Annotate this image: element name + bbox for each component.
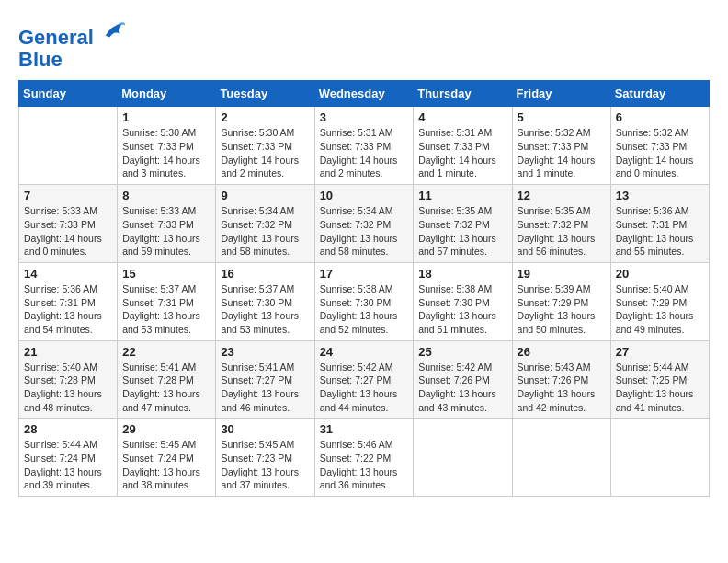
day-info: Sunrise: 5:45 AM Sunset: 7:23 PM Dayligh…	[221, 438, 309, 492]
day-number: 16	[221, 267, 309, 281]
day-info: Sunrise: 5:42 AM Sunset: 7:26 PM Dayligh…	[418, 361, 506, 415]
day-number: 7	[24, 189, 112, 202]
day-number: 8	[122, 189, 210, 202]
day-number: 15	[122, 267, 210, 281]
day-cell: 9Sunrise: 5:34 AM Sunset: 7:32 PM Daylig…	[216, 185, 314, 263]
day-cell: 30Sunrise: 5:45 AM Sunset: 7:23 PM Dayli…	[216, 419, 314, 497]
day-info: Sunrise: 5:32 AM Sunset: 7:33 PM Dayligh…	[616, 126, 704, 180]
day-cell: 31Sunrise: 5:46 AM Sunset: 7:22 PM Dayli…	[314, 419, 414, 497]
day-cell: 7Sunrise: 5:33 AM Sunset: 7:33 PM Daylig…	[19, 185, 118, 263]
day-info: Sunrise: 5:30 AM Sunset: 7:33 PM Dayligh…	[221, 126, 309, 180]
day-info: Sunrise: 5:43 AM Sunset: 7:26 PM Dayligh…	[518, 361, 606, 415]
day-cell: 22Sunrise: 5:41 AM Sunset: 7:28 PM Dayli…	[118, 340, 216, 419]
header-row: SundayMondayTuesdayWednesdayThursdayFrid…	[19, 81, 710, 107]
day-number: 6	[616, 110, 704, 124]
day-info: Sunrise: 5:46 AM Sunset: 7:22 PM Dayligh…	[320, 438, 409, 492]
logo: General Blue	[18, 18, 127, 71]
day-number: 25	[418, 345, 506, 359]
day-info: Sunrise: 5:32 AM Sunset: 7:33 PM Dayligh…	[518, 126, 606, 180]
day-cell: 24Sunrise: 5:42 AM Sunset: 7:27 PM Dayli…	[314, 340, 414, 419]
day-info: Sunrise: 5:34 AM Sunset: 7:32 PM Dayligh…	[320, 204, 409, 259]
day-info: Sunrise: 5:31 AM Sunset: 7:33 PM Dayligh…	[320, 126, 409, 180]
day-info: Sunrise: 5:33 AM Sunset: 7:33 PM Dayligh…	[24, 204, 112, 259]
day-info: Sunrise: 5:44 AM Sunset: 7:25 PM Dayligh…	[616, 361, 704, 415]
day-number: 9	[221, 189, 309, 202]
day-cell: 14Sunrise: 5:36 AM Sunset: 7:31 PM Dayli…	[19, 262, 118, 340]
day-cell	[512, 419, 610, 497]
day-info: Sunrise: 5:38 AM Sunset: 7:30 PM Dayligh…	[418, 282, 506, 337]
day-cell: 21Sunrise: 5:40 AM Sunset: 7:28 PM Dayli…	[19, 340, 118, 419]
day-number: 3	[320, 110, 409, 124]
day-number: 23	[221, 345, 309, 359]
header-saturday: Saturday	[610, 81, 709, 107]
day-number: 12	[518, 189, 606, 202]
header-sunday: Sunday	[19, 81, 118, 107]
day-number: 13	[616, 189, 704, 202]
day-cell	[19, 107, 118, 185]
day-info: Sunrise: 5:34 AM Sunset: 7:32 PM Dayligh…	[221, 204, 309, 259]
header-tuesday: Tuesday	[216, 81, 314, 107]
day-number: 26	[518, 345, 606, 359]
day-cell	[414, 419, 512, 497]
day-number: 5	[518, 110, 606, 124]
day-info: Sunrise: 5:40 AM Sunset: 7:28 PM Dayligh…	[24, 361, 112, 415]
header-friday: Friday	[512, 81, 610, 107]
week-row-5: 28Sunrise: 5:44 AM Sunset: 7:24 PM Dayli…	[19, 419, 710, 497]
day-cell: 19Sunrise: 5:39 AM Sunset: 7:29 PM Dayli…	[512, 262, 610, 340]
day-number: 21	[24, 345, 112, 359]
day-number: 29	[122, 422, 210, 436]
day-cell: 5Sunrise: 5:32 AM Sunset: 7:33 PM Daylig…	[512, 107, 610, 185]
day-cell: 6Sunrise: 5:32 AM Sunset: 7:33 PM Daylig…	[610, 107, 709, 185]
week-row-1: 1Sunrise: 5:30 AM Sunset: 7:33 PM Daylig…	[19, 107, 710, 185]
week-row-3: 14Sunrise: 5:36 AM Sunset: 7:31 PM Dayli…	[19, 262, 710, 340]
day-cell: 1Sunrise: 5:30 AM Sunset: 7:33 PM Daylig…	[118, 107, 216, 185]
day-cell: 23Sunrise: 5:41 AM Sunset: 7:27 PM Dayli…	[216, 340, 314, 419]
header-monday: Monday	[118, 81, 216, 107]
day-info: Sunrise: 5:44 AM Sunset: 7:24 PM Dayligh…	[24, 438, 112, 492]
day-cell: 17Sunrise: 5:38 AM Sunset: 7:30 PM Dayli…	[314, 262, 414, 340]
day-cell: 27Sunrise: 5:44 AM Sunset: 7:25 PM Dayli…	[610, 340, 709, 419]
day-number: 27	[616, 345, 704, 359]
day-cell: 26Sunrise: 5:43 AM Sunset: 7:26 PM Dayli…	[512, 340, 610, 419]
day-number: 30	[221, 422, 309, 436]
day-cell: 8Sunrise: 5:33 AM Sunset: 7:33 PM Daylig…	[118, 185, 216, 263]
day-cell: 3Sunrise: 5:31 AM Sunset: 7:33 PM Daylig…	[314, 107, 414, 185]
logo-text-blue: Blue	[18, 49, 127, 71]
day-info: Sunrise: 5:30 AM Sunset: 7:33 PM Dayligh…	[122, 126, 210, 180]
day-number: 18	[418, 267, 506, 281]
logo-bird-icon	[101, 18, 127, 44]
day-info: Sunrise: 5:37 AM Sunset: 7:31 PM Dayligh…	[122, 282, 210, 337]
logo-text: General	[18, 18, 127, 49]
week-row-4: 21Sunrise: 5:40 AM Sunset: 7:28 PM Dayli…	[19, 340, 710, 419]
day-info: Sunrise: 5:38 AM Sunset: 7:30 PM Dayligh…	[320, 282, 409, 337]
week-row-2: 7Sunrise: 5:33 AM Sunset: 7:33 PM Daylig…	[19, 185, 710, 263]
day-info: Sunrise: 5:41 AM Sunset: 7:27 PM Dayligh…	[221, 361, 309, 415]
day-cell: 29Sunrise: 5:45 AM Sunset: 7:24 PM Dayli…	[118, 419, 216, 497]
day-cell	[610, 419, 709, 497]
day-number: 1	[122, 110, 210, 124]
day-cell: 15Sunrise: 5:37 AM Sunset: 7:31 PM Dayli…	[118, 262, 216, 340]
day-info: Sunrise: 5:36 AM Sunset: 7:31 PM Dayligh…	[24, 282, 112, 337]
day-cell: 4Sunrise: 5:31 AM Sunset: 7:33 PM Daylig…	[414, 107, 512, 185]
day-number: 4	[418, 110, 506, 124]
day-number: 28	[24, 422, 112, 436]
day-number: 10	[320, 189, 409, 202]
day-info: Sunrise: 5:37 AM Sunset: 7:30 PM Dayligh…	[221, 282, 309, 337]
header-wednesday: Wednesday	[314, 81, 414, 107]
header-thursday: Thursday	[414, 81, 512, 107]
day-number: 24	[320, 345, 409, 359]
day-info: Sunrise: 5:35 AM Sunset: 7:32 PM Dayligh…	[518, 204, 606, 259]
day-info: Sunrise: 5:39 AM Sunset: 7:29 PM Dayligh…	[518, 282, 606, 337]
day-info: Sunrise: 5:45 AM Sunset: 7:24 PM Dayligh…	[122, 438, 210, 492]
day-cell: 11Sunrise: 5:35 AM Sunset: 7:32 PM Dayli…	[414, 185, 512, 263]
day-number: 2	[221, 110, 309, 124]
calendar-table: SundayMondayTuesdayWednesdayThursdayFrid…	[18, 80, 710, 497]
day-info: Sunrise: 5:33 AM Sunset: 7:33 PM Dayligh…	[122, 204, 210, 259]
day-cell: 18Sunrise: 5:38 AM Sunset: 7:30 PM Dayli…	[414, 262, 512, 340]
day-info: Sunrise: 5:31 AM Sunset: 7:33 PM Dayligh…	[418, 126, 506, 180]
day-cell: 25Sunrise: 5:42 AM Sunset: 7:26 PM Dayli…	[414, 340, 512, 419]
day-number: 20	[616, 267, 704, 281]
day-cell: 2Sunrise: 5:30 AM Sunset: 7:33 PM Daylig…	[216, 107, 314, 185]
day-info: Sunrise: 5:36 AM Sunset: 7:31 PM Dayligh…	[616, 204, 704, 259]
day-info: Sunrise: 5:41 AM Sunset: 7:28 PM Dayligh…	[122, 361, 210, 415]
